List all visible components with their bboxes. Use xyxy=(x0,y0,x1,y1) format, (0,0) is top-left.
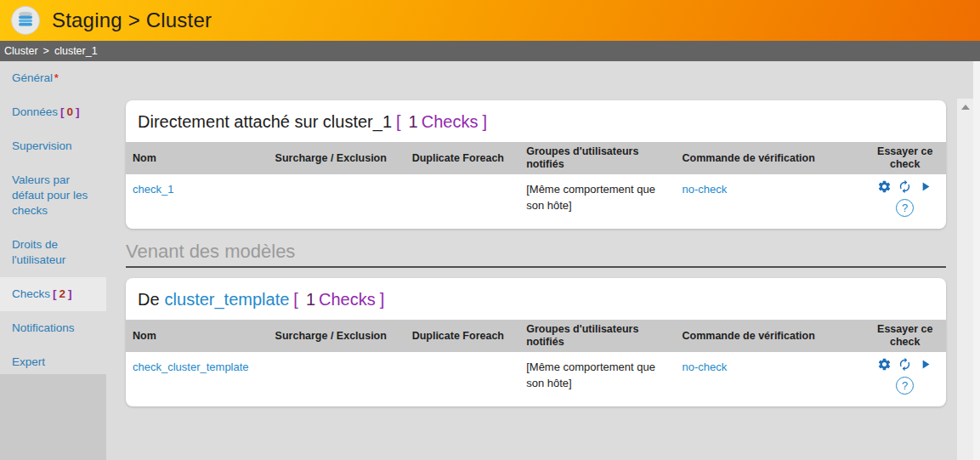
template-checks-title: Decluster_template[1Checks] xyxy=(126,278,946,320)
table-row: check_1 [Même comportement que son hôte]… xyxy=(126,174,946,229)
duplicate-cell xyxy=(396,352,519,406)
sidebar-item-notifications[interactable]: Notifications xyxy=(0,311,106,345)
play-icon[interactable] xyxy=(918,357,932,372)
col-header-duplicate: Duplicate Foreach xyxy=(396,142,519,174)
breadcrumb-current: cluster_1 xyxy=(54,45,98,57)
help-icon[interactable]: ? xyxy=(896,377,914,395)
col-header-surcharge: Surcharge / Exclusion xyxy=(265,320,396,352)
col-header-essayer: Essayer ce check xyxy=(864,142,946,174)
command-link[interactable]: no-check xyxy=(683,183,728,196)
direct-checks-table: Nom Surcharge / Exclusion Duplicate Fore… xyxy=(126,142,946,229)
sync-icon[interactable] xyxy=(898,357,912,372)
direct-checks-title: Directement attaché sur cluster_1[1Check… xyxy=(126,100,946,142)
direct-checks-card: Directement attaché sur cluster_1[1Check… xyxy=(126,100,946,229)
required-marker: * xyxy=(54,72,59,84)
sidebar-item-droits-utilisateur[interactable]: Droits de l'utilisateur xyxy=(0,228,106,277)
table-header-row: Nom Surcharge / Exclusion Duplicate Fore… xyxy=(126,142,946,174)
sidebar-item-valeurs-defaut[interactable]: Valeurs par défaut pour les checks xyxy=(0,163,106,228)
sync-icon[interactable] xyxy=(898,179,912,194)
surcharge-cell xyxy=(265,352,396,406)
col-header-groupes: Groupes d'utilisateurs notifiés xyxy=(519,320,675,352)
page-title: Staging > Cluster xyxy=(52,9,212,32)
direct-checks-count: 1 xyxy=(409,112,418,131)
app-header: Staging > Cluster xyxy=(0,0,980,41)
groups-cell: [Même comportement que son hôte] xyxy=(519,352,675,406)
template-link[interactable]: cluster_template xyxy=(165,290,290,309)
templates-section-heading: Venant des modèles xyxy=(126,241,946,268)
database-icon xyxy=(11,6,40,35)
duplicate-cell xyxy=(396,174,519,229)
template-checks-table: Nom Surcharge / Exclusion Duplicate Fore… xyxy=(126,320,946,406)
play-icon[interactable] xyxy=(918,179,932,194)
app-window: Staging > Cluster Cluster > cluster_1 Gé… xyxy=(0,0,980,460)
template-checks-card: Decluster_template[1Checks] Nom Surcharg… xyxy=(126,278,946,406)
sidebar-footer xyxy=(0,374,106,460)
col-header-duplicate: Duplicate Foreach xyxy=(396,320,519,352)
col-header-commande: Commande de vérification xyxy=(676,320,864,352)
template-checks-count: 1 xyxy=(306,290,315,309)
table-row: check_cluster_template [Même comportemen… xyxy=(126,352,946,406)
table-header-row: Nom Surcharge / Exclusion Duplicate Fore… xyxy=(126,320,946,352)
sidebar-item-general[interactable]: Général* xyxy=(0,61,106,95)
window-edge-strip xyxy=(973,61,980,460)
col-header-groupes: Groupes d'utilisateurs notifiés xyxy=(519,142,675,174)
scroll-up-arrow-icon[interactable] xyxy=(961,105,970,110)
check-link[interactable]: check_1 xyxy=(133,183,173,196)
col-header-nom: Nom xyxy=(126,320,265,352)
surcharge-cell xyxy=(265,174,396,229)
donnees-count-badge: 0 xyxy=(67,105,74,118)
sidebar: Général* Données[0] Supervision Valeurs … xyxy=(0,61,110,460)
sidebar-item-checks[interactable]: Checks[2] xyxy=(0,277,106,311)
col-header-surcharge: Surcharge / Exclusion xyxy=(265,142,396,174)
breadcrumb: Cluster > cluster_1 xyxy=(0,41,980,61)
check-link[interactable]: check_cluster_template xyxy=(133,361,249,373)
col-header-commande: Commande de vérification xyxy=(676,142,864,174)
scrollbar[interactable] xyxy=(957,99,973,460)
checks-count-badge: 2 xyxy=(59,287,66,300)
col-header-nom: Nom xyxy=(126,142,265,174)
groups-cell: [Même comportement que son hôte] xyxy=(519,174,675,229)
command-link[interactable]: no-check xyxy=(683,361,728,373)
sidebar-item-supervision[interactable]: Supervision xyxy=(0,129,106,163)
sidebar-item-donnees[interactable]: Données[0] xyxy=(0,95,106,129)
breadcrumb-parent-link[interactable]: Cluster xyxy=(4,45,38,57)
help-icon[interactable]: ? xyxy=(896,199,914,217)
main-content: Directement attaché sur cluster_1[1Check… xyxy=(110,61,956,460)
gear-icon[interactable] xyxy=(877,179,892,194)
gear-icon[interactable] xyxy=(877,357,892,372)
col-header-essayer: Essayer ce check xyxy=(864,320,946,352)
breadcrumb-separator: > xyxy=(43,45,49,57)
